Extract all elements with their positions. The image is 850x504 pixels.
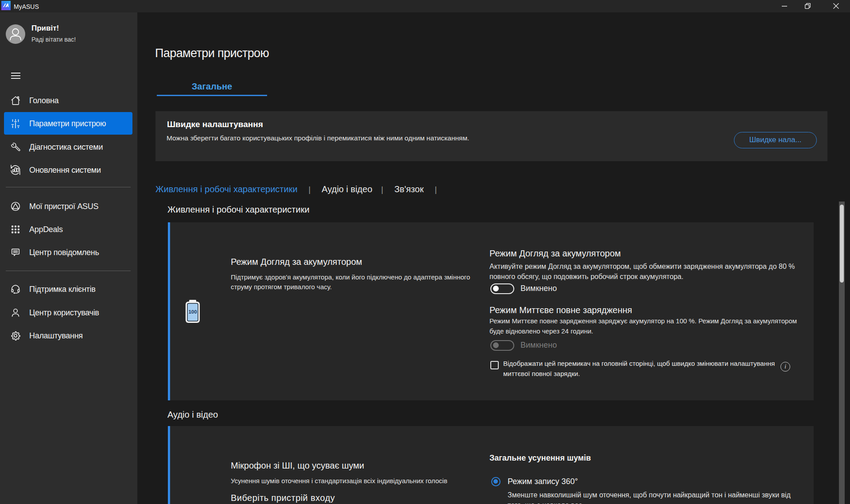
svg-text:100: 100: [188, 309, 197, 314]
